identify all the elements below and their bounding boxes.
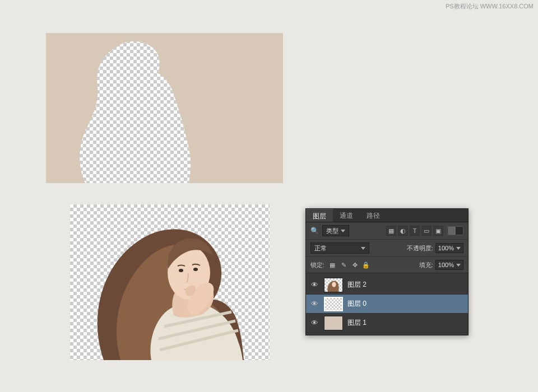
filter-pixel-icon[interactable]: ▦ (386, 226, 396, 236)
opacity-group: 不透明度: 100% (407, 243, 463, 253)
svg-point-7 (332, 282, 336, 287)
layer-list: 👁 图层 2 👁 图层 0 👁 图层 1 (306, 273, 468, 335)
filter-shape-icon[interactable]: ▭ (421, 226, 432, 236)
tab-paths[interactable]: 路径 (360, 209, 387, 222)
layer-name-text: 图层 2 (347, 280, 367, 290)
filter-adjust-icon[interactable]: ◐ (398, 226, 408, 236)
lock-fill-row: 锁定: ▦ ✎ ✥ 🔒 填充: 100% (306, 257, 468, 273)
lock-transparency-icon[interactable]: ▦ (328, 260, 337, 269)
lock-brush-icon[interactable]: ✎ (339, 260, 348, 269)
fill-input[interactable]: 100% (435, 260, 463, 270)
tab-layers[interactable]: 图层 (306, 209, 333, 222)
lock-label: 锁定: (310, 261, 324, 269)
layer-filter-row: 🔍 类型 ▦ ◐ T ▭ ▣ (306, 222, 468, 240)
layer-thumbnail[interactable] (324, 297, 343, 311)
blend-mode-value: 正常 (314, 244, 327, 253)
opacity-value: 100% (438, 245, 454, 251)
layer-item[interactable]: 👁 图层 1 (306, 314, 468, 333)
layers-panel: 图层 通道 路径 🔍 类型 ▦ ◐ T ▭ ▣ 正常 不透明度: 100% (305, 208, 469, 335)
layer-thumbnail[interactable] (324, 316, 343, 330)
fill-group: 填充: 100% (419, 260, 463, 270)
layer-name-text: 图层 1 (347, 318, 367, 328)
blend-mode-select[interactable]: 正常 (310, 242, 369, 254)
tab-channels[interactable]: 通道 (333, 209, 360, 222)
preview-top-image (46, 33, 283, 183)
preview-bottom-image (70, 204, 270, 360)
search-icon: 🔍 (310, 227, 319, 235)
fill-label: 填充: (419, 261, 433, 269)
filter-kind-label: 类型 (326, 227, 338, 235)
lock-all-icon[interactable]: 🔒 (361, 260, 370, 269)
visibility-eye-icon[interactable]: 👁 (309, 299, 319, 309)
blend-opacity-row: 正常 不透明度: 100% (306, 240, 468, 257)
lock-move-icon[interactable]: ✥ (350, 260, 359, 269)
svg-point-5 (179, 269, 183, 272)
filter-type-icon[interactable]: T (410, 226, 420, 236)
layer-item[interactable]: 👁 图层 0 (306, 295, 468, 314)
filter-kind-select[interactable]: 类型 (322, 225, 349, 236)
svg-point-6 (193, 268, 198, 271)
filter-smart-icon[interactable]: ▣ (433, 226, 443, 236)
opacity-label: 不透明度: (407, 244, 433, 253)
silhouette-cutout (46, 33, 283, 183)
filter-toggle[interactable] (447, 226, 463, 235)
opacity-input[interactable]: 100% (435, 243, 463, 253)
visibility-eye-icon[interactable]: 👁 (309, 280, 319, 290)
chevron-down-icon (456, 264, 461, 267)
panel-tab-strip: 图层 通道 路径 (306, 209, 468, 222)
fill-value: 100% (438, 262, 454, 268)
person-figure (70, 204, 270, 360)
visibility-eye-icon[interactable]: 👁 (309, 318, 319, 328)
layer-name-text: 图层 0 (347, 299, 367, 309)
watermark-text: PS教程论坛 WWW.16XX8.COM (446, 2, 534, 11)
layer-item[interactable]: 👁 图层 2 (306, 276, 468, 295)
chevron-down-icon (361, 247, 365, 250)
layer-thumbnail[interactable] (324, 278, 343, 292)
chevron-down-icon (456, 247, 461, 250)
filter-icons: ▦ ◐ T ▭ ▣ (386, 226, 443, 236)
chevron-down-icon (341, 230, 345, 232)
